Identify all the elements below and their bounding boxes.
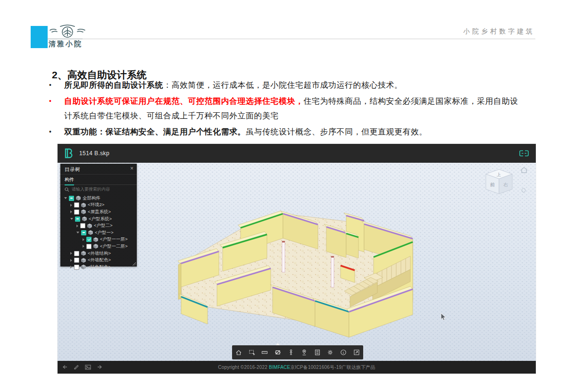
expand-arrow-icon[interactable]	[70, 204, 72, 207]
redo-arrow-icon[interactable]	[97, 365, 102, 370]
expand-arrow-icon[interactable]	[83, 245, 84, 248]
panel-header: 目录树 ×	[60, 164, 137, 175]
viewer-canvas[interactable]: 上 前 右 目录树 × 构件	[58, 163, 536, 361]
tree-item[interactable]: <户型二>	[60, 222, 137, 229]
expand-arrow-icon[interactable]	[70, 259, 72, 262]
panel-close-icon[interactable]: ×	[130, 165, 133, 172]
bullet-lead: 所见即所得的自助设计系统	[64, 81, 163, 90]
model-filename: 1514 B.skp	[79, 150, 109, 157]
tree-item-label: <外墙配色>	[88, 257, 111, 263]
tree-item[interactable]: <外墙配色>	[60, 257, 137, 264]
tree-item[interactable]: <户型系统>	[60, 216, 137, 223]
tab-components[interactable]: 构件	[65, 176, 74, 185]
component-tree: 全部构件<环境2><屋盖系统><户型系统><户型二><户型一><户型一一层><户…	[60, 194, 137, 271]
tree-item-label: <屋盖系统>	[88, 209, 111, 215]
tree-item[interactable]: 全部构件	[60, 195, 137, 202]
header-divider	[47, 39, 535, 39]
view-cube[interactable]: 上 前 右	[483, 165, 532, 205]
brand-name: 清雅小院	[49, 40, 83, 49]
mouse-cursor	[440, 313, 447, 321]
expand-arrow-icon[interactable]	[70, 252, 72, 255]
copyright-text: Copyright ©2016-2022 BIMFACE京ICP备1002160…	[218, 364, 375, 371]
viewer-fullscreen-icon[interactable]	[519, 150, 529, 157]
tree-item[interactable]: <户型一一层>	[60, 236, 137, 243]
brand-accent-square	[31, 26, 48, 48]
collapse-arrow-icon[interactable]	[64, 197, 67, 199]
component-cube-icon	[82, 217, 87, 221]
component-cube-icon	[81, 265, 86, 269]
component-cube-icon	[93, 237, 98, 242]
tree-checkbox[interactable]	[74, 258, 79, 263]
component-list-icon[interactable]	[312, 347, 323, 358]
fullscreen-icon[interactable]	[351, 347, 362, 358]
bullet-rest: 虽与传统设计概念、步序不同，但更直观更有效。	[246, 127, 427, 136]
tree-item[interactable]: <屋盖系统>	[60, 209, 137, 216]
tree-item-label: 全部构件	[83, 195, 100, 201]
tree-checkbox[interactable]	[80, 223, 85, 228]
tree-checkbox[interactable]	[74, 209, 79, 215]
tree-item[interactable]: <环境2>	[60, 202, 137, 209]
tree-checkbox[interactable]	[75, 217, 80, 222]
expand-arrow-icon[interactable]	[76, 225, 78, 227]
collapse-arrow-icon[interactable]	[70, 218, 73, 220]
header-slogan: 小院乡村数字建筑	[463, 27, 535, 36]
bullet-marker: •	[49, 125, 51, 139]
undo-arrow-icon[interactable]	[62, 365, 68, 370]
tree-item-label: <户型一一层>	[100, 236, 128, 242]
viewcube-top-label: 上	[497, 172, 501, 177]
frame-select-icon[interactable]	[246, 347, 258, 358]
expand-arrow-icon[interactable]	[83, 238, 84, 241]
component-cube-icon	[81, 203, 86, 208]
tree-item[interactable]: <户型一>	[60, 229, 137, 236]
tree-checkbox[interactable]	[86, 237, 92, 242]
slide-page: 清雅小院 小院乡村数字建筑 2、高效自助设计系统 •所见即所得的自助设计系统：高…	[0, 0, 566, 392]
search-icon	[65, 187, 69, 192]
tree-item-label: <户型一>	[95, 230, 114, 236]
panel-tabs: 构件	[60, 175, 137, 185]
panel-title: 目录树	[65, 166, 80, 173]
tree-item-label: <户型二>	[94, 223, 113, 229]
viewcube-home-icon[interactable]	[521, 167, 527, 173]
viewcube-orbit-icon[interactable]	[522, 188, 525, 192]
bullet-marker: •	[49, 94, 51, 108]
pen-icon[interactable]	[74, 365, 79, 370]
component-cube-icon	[87, 224, 92, 228]
tree-item-label: <转角配色>	[88, 264, 111, 270]
measure-icon[interactable]	[259, 347, 270, 358]
tree-item-label: <外墙结构>	[88, 250, 111, 257]
component-cube-icon	[93, 244, 98, 249]
tree-item[interactable]: <外墙结构>	[60, 250, 137, 257]
tree-checkbox[interactable]	[86, 244, 92, 249]
info-icon[interactable]	[338, 347, 349, 358]
walkthrough-icon[interactable]	[285, 347, 297, 358]
component-cube-icon	[81, 209, 86, 214]
component-cube-icon	[81, 251, 86, 256]
tree-checkbox[interactable]	[74, 202, 79, 208]
minimap-pin-icon[interactable]	[299, 347, 310, 358]
bim-viewer-window: 1514 B.skp	[58, 144, 536, 374]
bullet-item: •自助设计系统可保证用户在规范、可控范围内合理选择住宅模块，住宅为特殊商品，结构…	[47, 94, 521, 123]
section-box-icon[interactable]	[272, 347, 283, 358]
tree-item[interactable]: <户型一二层>	[60, 243, 137, 250]
tree-item[interactable]: <转角配色>	[60, 264, 137, 271]
expand-arrow-icon[interactable]	[70, 210, 72, 213]
panel-resize-handle[interactable]	[133, 262, 136, 266]
component-cube-icon	[88, 230, 93, 235]
settings-gear-icon[interactable]	[325, 347, 336, 358]
tree-checkbox[interactable]	[74, 265, 79, 270]
viewer-toolbar	[232, 345, 363, 359]
component-cube-icon	[76, 196, 81, 200]
tree-item-label: <户型系统>	[89, 216, 112, 222]
bullet-lead: 双重功能：保证结构安全、满足用户个性化需求。	[64, 127, 246, 136]
expand-arrow-icon[interactable]	[70, 266, 72, 268]
bimface-logo-icon	[63, 148, 75, 159]
viewcube-right-label: 右	[503, 182, 508, 187]
bullet-list: •所见即所得的自助设计系统：高效简便，运行成本低，是小院住宅超市成功运行的核心技…	[47, 78, 521, 141]
tree-checkbox[interactable]	[74, 251, 79, 256]
tree-checkbox[interactable]	[81, 230, 86, 235]
image-icon[interactable]	[85, 365, 91, 370]
home-icon[interactable]	[233, 347, 244, 358]
tree-search[interactable]: 请输入要搜索的内容	[60, 185, 137, 194]
collapse-arrow-icon[interactable]	[76, 232, 79, 234]
tree-checkbox[interactable]	[69, 196, 74, 201]
